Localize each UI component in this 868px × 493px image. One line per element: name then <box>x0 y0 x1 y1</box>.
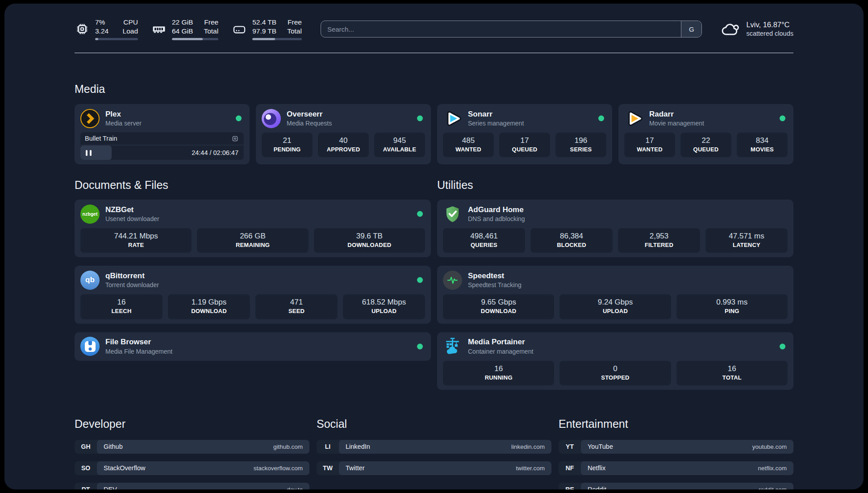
bookmark-abbr: RE <box>559 483 581 489</box>
bookmark-stackoverflow[interactable]: SO StackOverflow stackoverflow.com <box>75 461 309 475</box>
bookmark-url: linkedin.com <box>511 443 545 450</box>
stat-tile: 21 PENDING <box>262 133 313 157</box>
app-name: Speedtest <box>468 271 522 281</box>
search-input[interactable] <box>321 21 681 37</box>
nzbget-card[interactable]: nzbget NZBGet Usenet downloader 744.21 M… <box>75 200 431 257</box>
status-dot <box>236 116 242 121</box>
qbittorrent-card[interactable]: qb qBittorrent Torrent downloader 16 LEE… <box>75 266 431 323</box>
stat-tile: 9.65 Gbps DOWNLOAD <box>443 294 554 319</box>
adguard-icon <box>443 205 462 224</box>
plex-icon <box>80 109 100 128</box>
bookmark-name: Netflix <box>588 464 605 472</box>
status-dot <box>780 343 785 349</box>
bookmark-dev[interactable]: DT DEV dev.to <box>75 483 309 489</box>
stat-tile: 0 STOPPED <box>559 361 671 385</box>
section-title-developer: Developer <box>75 418 309 430</box>
stat-tile: 39.6 TB DOWNLOADED <box>314 228 425 253</box>
stat-tile: 945 AVAILABLE <box>374 133 425 157</box>
bookmark-url: dev.to <box>287 486 303 489</box>
overseerr-card[interactable]: Overseerr Media Requests 21 PENDING 40 A… <box>256 104 431 164</box>
section-title-media: Media <box>75 83 793 96</box>
bookmark-name: Reddit <box>588 486 606 489</box>
weather-widget: Lviv, 16.87°C scattered clouds <box>721 19 793 39</box>
app-name: NZBGet <box>105 205 159 215</box>
video-icon <box>231 134 239 143</box>
stat-tile: 196 SERIES <box>555 133 606 157</box>
bookmark-url: netflix.com <box>758 465 787 472</box>
bookmark-reddit[interactable]: RE Reddit reddit.com <box>559 483 793 489</box>
stat-tile: 9.24 Gbps UPLOAD <box>559 294 671 319</box>
speedtest-card[interactable]: Speedtest Speedtest Tracking 9.65 Gbps D… <box>437 266 793 323</box>
section-title-entertainment: Entertainment <box>559 418 793 430</box>
filebrowser-icon <box>80 337 100 356</box>
bookmark-url: youtube.com <box>752 443 787 450</box>
bookmark-name: Github <box>104 443 123 450</box>
app-description: Media server <box>105 119 142 127</box>
disk-total: 97.9 TB <box>252 27 276 35</box>
app-name: qBittorrent <box>105 271 159 281</box>
sonarr-card[interactable]: Sonarr Series management 485 WANTED 17 Q… <box>437 104 612 164</box>
bookmark-linkedin[interactable]: LI LinkedIn linkedin.com <box>317 440 551 454</box>
stat-tile: 485 WANTED <box>443 133 494 157</box>
bookmark-name: DEV <box>104 486 117 489</box>
stat-tile: 16 TOTAL <box>676 361 788 385</box>
cpu-usage: 7% <box>95 18 108 26</box>
bookmark-name: YouTube <box>588 443 613 450</box>
app-name: Overseerr <box>287 109 332 119</box>
disk-free: 52.4 TB <box>252 18 276 26</box>
search-provider-button[interactable]: G <box>681 21 701 37</box>
portainer-icon <box>443 337 462 356</box>
bookmark-youtube[interactable]: YT YouTube youtube.com <box>559 440 793 454</box>
cpu-load: 3.24 <box>95 27 108 35</box>
stat-tile: 86,384 BLOCKED <box>530 228 613 253</box>
bookmark-abbr: TW <box>317 461 339 475</box>
header-divider <box>75 53 793 53</box>
stat-tile: 744.21 Mbps RATE <box>80 228 192 253</box>
bookmarks-social: Social LI LinkedIn linkedin.com TW Twitt… <box>317 418 551 489</box>
bookmark-abbr: YT <box>559 440 581 454</box>
memory-label-1: Free <box>204 18 218 26</box>
speedtest-icon <box>443 271 462 290</box>
app-name: Plex <box>105 109 142 119</box>
portainer-card[interactable]: Media Portainer Container management 16 … <box>437 332 793 390</box>
bookmark-netflix[interactable]: NF Netflix netflix.com <box>559 461 793 475</box>
now-playing-title: Bullet Train <box>85 135 117 142</box>
bookmarks-entertainment: Entertainment YT YouTube youtube.com NF … <box>559 418 793 489</box>
disk-label-1: Free <box>287 18 302 26</box>
stat-tile: 17 WANTED <box>624 133 675 157</box>
app-description: Series management <box>468 119 524 127</box>
stat-tile: 17 QUEUED <box>499 133 550 157</box>
adguard-card[interactable]: AdGuard Home DNS and adblocking 498,461 … <box>437 200 793 257</box>
stat-tile: 471 SEED <box>255 294 338 319</box>
screen: 7% 3.24 CPU Load <box>0 0 868 493</box>
weather-location: Lviv, 16.87°C <box>746 20 793 29</box>
section-documents: Documents & Files nzbget NZBGet Usenet d… <box>75 179 431 390</box>
stat-tile: 498,461 QUERIES <box>443 228 525 253</box>
clouds-icon <box>721 19 740 39</box>
bookmark-github[interactable]: GH Github github.com <box>75 440 309 454</box>
disk-progress-bar <box>252 38 302 40</box>
disk-widget: 52.4 TB 97.9 TB Free Total <box>232 18 302 40</box>
memory-widget: 22 GiB 64 GiB Free Total <box>151 18 218 40</box>
cpu-label-1: CPU <box>123 18 138 26</box>
bookmark-abbr: GH <box>75 440 97 454</box>
app-description: Torrent downloader <box>105 281 159 289</box>
status-dot <box>417 116 423 121</box>
dashboard: 7% 3.24 CPU Load <box>4 4 864 489</box>
memory-total: 64 GiB <box>172 27 193 35</box>
section-title-social: Social <box>317 418 551 430</box>
bookmark-twitter[interactable]: TW Twitter twitter.com <box>317 461 551 475</box>
bookmark-name: StackOverflow <box>104 464 145 472</box>
app-name: Radarr <box>649 109 704 119</box>
stat-tile: 16 LEECH <box>80 294 163 319</box>
plex-card[interactable]: Plex Media server Bullet Train <box>75 104 250 164</box>
bookmark-abbr: NF <box>559 461 581 475</box>
cpu-widget: 7% 3.24 CPU Load <box>75 18 138 40</box>
disk-label-2: Total <box>287 27 302 35</box>
filebrowser-card[interactable]: File Browser Media File Management <box>75 332 431 361</box>
bookmark-url: reddit.com <box>759 486 787 489</box>
app-description: Media Requests <box>287 119 332 127</box>
radarr-card[interactable]: Radarr Movie management 17 WANTED 22 QUE… <box>618 104 793 164</box>
bookmark-name: Twitter <box>346 464 365 472</box>
section-media: Media Plex Media server Bullet Train <box>75 83 793 164</box>
